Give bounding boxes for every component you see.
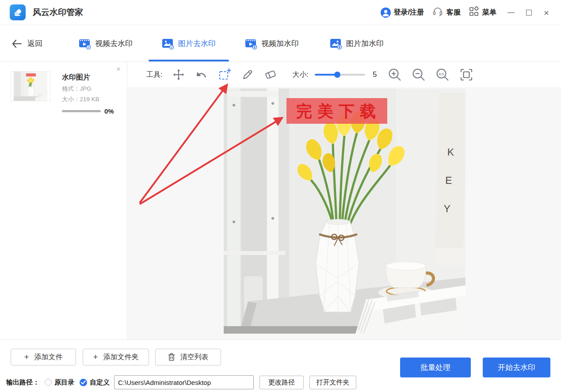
undo-icon: [196, 69, 207, 80]
change-path-button[interactable]: 更改路径: [260, 376, 304, 389]
close-button[interactable]: ×: [540, 6, 553, 19]
file-name: 水印图片: [62, 71, 117, 82]
add-file-button[interactable]: + 添加文件: [11, 349, 76, 365]
active-tab-underline: [149, 60, 229, 61]
rect-select-tool-button[interactable]: [218, 68, 231, 81]
pencil-icon: [242, 69, 253, 80]
menu-label: 菜单: [482, 8, 496, 17]
login-button[interactable]: 登录/注册: [381, 8, 424, 18]
progress-percent: 0%: [104, 107, 114, 115]
output-path-label: 输出路径：: [6, 378, 39, 387]
headset-icon: [432, 6, 443, 19]
login-label: 登录/注册: [394, 8, 424, 17]
svg-text:完美下载: 完美下载: [296, 103, 381, 120]
brush-size-slider[interactable]: [315, 74, 365, 76]
maximize-button[interactable]: [522, 6, 535, 19]
brush-size-value: 5: [373, 70, 379, 79]
start-remove-watermark-button[interactable]: 开始去水印: [483, 358, 550, 377]
watermark-overlay: 完美下载: [286, 98, 387, 124]
svg-text:1:1: 1:1: [439, 72, 444, 76]
plus-icon: +: [24, 352, 29, 362]
progress-bar: [62, 110, 101, 112]
back-label: 返回: [27, 38, 42, 49]
radio-custom-dir[interactable]: 自定义: [80, 378, 110, 387]
tools-label: 工具:: [146, 70, 162, 80]
one-to-one-icon: 1:1: [435, 67, 450, 82]
zoom-in-button[interactable]: [387, 67, 403, 83]
undo-tool-button[interactable]: [195, 68, 208, 81]
open-folder-button[interactable]: 打开文件夹: [309, 376, 356, 389]
title-bar: 风云水印管家 登录/注册 客服: [0, 0, 561, 25]
user-avatar-icon: [381, 8, 391, 18]
brush-size-label: 大小:: [292, 70, 308, 80]
svg-text:K: K: [447, 146, 454, 158]
fit-screen-icon: [459, 68, 473, 82]
radio-checked-icon: [80, 379, 87, 386]
minimize-button[interactable]: —: [504, 6, 518, 19]
clear-list-button[interactable]: 清空列表: [155, 349, 221, 365]
pencil-tool-button[interactable]: [241, 68, 254, 81]
app-logo-icon: [10, 4, 26, 20]
eraser-icon: [264, 69, 277, 80]
tab-image-remove-watermark[interactable]: 图片去水印: [162, 26, 216, 61]
batch-process-button[interactable]: 批量处理: [400, 358, 471, 377]
back-button[interactable]: 返回: [11, 38, 42, 49]
preview-image[interactable]: K E Y: [224, 88, 466, 334]
customer-service-button[interactable]: 客服: [432, 6, 461, 19]
tab-video-remove-watermark[interactable]: 视频去水印: [79, 26, 133, 61]
tab-label: 视频去水印: [95, 38, 133, 49]
tab-label: 视频加水印: [261, 38, 299, 49]
zoom-out-icon: [411, 67, 426, 82]
svg-text:Y: Y: [443, 203, 450, 214]
fit-screen-button[interactable]: [458, 67, 474, 83]
file-list-panel: 水印图片 格式：JPG 大小：219 KB 0% ×: [0, 62, 127, 339]
eraser-tool-button[interactable]: [264, 68, 277, 81]
file-list-item[interactable]: 水印图片 格式：JPG 大小：219 KB 0% ×: [0, 62, 127, 115]
zoom-in-icon: [387, 67, 402, 82]
tab-label: 图片加水印: [346, 38, 384, 49]
tab-label: 图片去水印: [178, 38, 216, 49]
file-thumbnail: [11, 71, 50, 101]
customer-service-label: 客服: [447, 8, 461, 17]
radio-original-dir[interactable]: 原目录: [45, 378, 74, 387]
radio-off-icon: [45, 379, 52, 386]
slider-thumb[interactable]: [334, 72, 340, 78]
tab-video-add-watermark[interactable]: 视频加水印: [245, 26, 299, 61]
output-path-row: 输出路径： 原目录 自定义 更改路径 打开文件夹: [4, 375, 356, 389]
footer-bar: + 添加文件 + 添加文件夹 清空列表 输出路径： 原目录 自定义 更改路径: [0, 339, 561, 392]
svg-text:E: E: [445, 175, 452, 186]
file-format: 格式：JPG: [62, 85, 117, 93]
app-title: 风云水印管家: [33, 7, 83, 18]
back-arrow-icon: [11, 39, 22, 48]
move-tool-button[interactable]: [172, 68, 185, 81]
nav-tab-bar: 返回 视频去水印 图片去水印 视频加水印: [0, 26, 561, 62]
maximize-icon: [526, 10, 532, 15]
actual-size-button[interactable]: 1:1: [435, 67, 450, 83]
image-remove-icon: [162, 38, 174, 49]
output-path-input[interactable]: [114, 375, 254, 389]
tab-image-add-watermark[interactable]: 图片加水印: [330, 26, 384, 61]
add-folder-button[interactable]: + 添加文件夹: [83, 349, 149, 365]
move-icon: [173, 69, 184, 80]
rect-select-icon: [218, 68, 231, 81]
editor-canvas[interactable]: K E Y: [128, 88, 561, 339]
editor-toolbar: 工具: 大小: 5: [128, 62, 561, 88]
file-size: 大小：219 KB: [62, 95, 117, 103]
menu-button[interactable]: 菜单: [469, 6, 496, 19]
vase: [316, 219, 359, 312]
video-remove-icon: [79, 38, 91, 49]
remove-file-icon[interactable]: ×: [116, 65, 121, 74]
image-add-icon: [330, 38, 342, 49]
grid-menu-icon: [469, 6, 479, 19]
video-add-icon: [245, 38, 257, 49]
poster: K E Y: [434, 92, 465, 262]
zoom-out-button[interactable]: [411, 67, 427, 83]
plus-icon: +: [93, 352, 98, 362]
trash-icon: [168, 353, 175, 361]
